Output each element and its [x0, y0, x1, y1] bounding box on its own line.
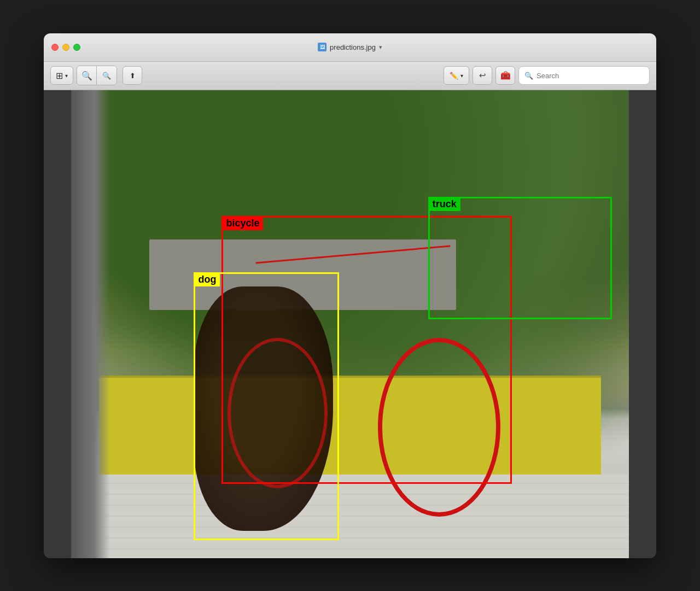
toolbox-icon: 🧰 [500, 71, 511, 80]
zoom-out-button[interactable]: 🔍 [77, 66, 97, 85]
toolbox-button[interactable]: 🧰 [495, 66, 515, 85]
zoom-in-button[interactable]: 🔍 [97, 66, 116, 85]
image-canvas: bicycle dog truck [71, 90, 629, 558]
window-title: predictions.jpg [330, 43, 376, 51]
zoom-in-icon: 🔍 [102, 72, 111, 80]
markup-chevron: ▾ [460, 73, 463, 79]
sidebar-toggle-button[interactable]: ⊞ ▾ [50, 66, 73, 85]
porch-floor [71, 475, 629, 558]
markup-button[interactable]: ✏️ ▾ [444, 66, 469, 85]
minimize-button[interactable] [62, 44, 69, 51]
sidebar-icon: ⊞ [56, 71, 63, 81]
share-icon: ⬆ [130, 72, 136, 80]
toolbar: ⊞ ▾ 🔍 🔍 ⬆ ✏️ ▾ ↩ 🧰 🔍 [44, 62, 656, 90]
left-pillar [71, 90, 110, 558]
title-chevron[interactable]: ▾ [379, 44, 382, 51]
rotate-icon: ↩ [479, 71, 486, 80]
search-box[interactable]: 🔍 [518, 66, 650, 85]
detection-label-bicycle: bicycle [222, 216, 263, 230]
window-title-area: 🖼 predictions.jpg ▾ [318, 43, 382, 51]
zoom-out-icon: 🔍 [81, 71, 92, 81]
titlebar: 🖼 predictions.jpg ▾ [44, 33, 656, 62]
zoom-controls: 🔍 🔍 [77, 66, 117, 85]
detection-box-truck: truck [428, 197, 612, 319]
close-button[interactable] [51, 44, 59, 51]
search-icon: 🔍 [524, 72, 533, 80]
rotate-button[interactable]: ↩ [472, 66, 492, 85]
image-container: bicycle dog truck [44, 90, 656, 558]
file-icon: 🖼 [318, 43, 326, 51]
sidebar-chevron: ▾ [65, 73, 68, 79]
detection-label-dog: dog [194, 273, 220, 286]
maximize-button[interactable] [73, 44, 80, 51]
detection-box-dog: dog [194, 272, 339, 540]
traffic-lights [51, 44, 80, 51]
markup-icon: ✏️ [450, 72, 458, 80]
share-button[interactable]: ⬆ [122, 66, 142, 85]
detection-label-truck: truck [429, 197, 460, 211]
search-input[interactable] [536, 72, 644, 80]
app-window: 🖼 predictions.jpg ▾ ⊞ ▾ 🔍 🔍 ⬆ ✏️ ▾ [44, 33, 656, 558]
